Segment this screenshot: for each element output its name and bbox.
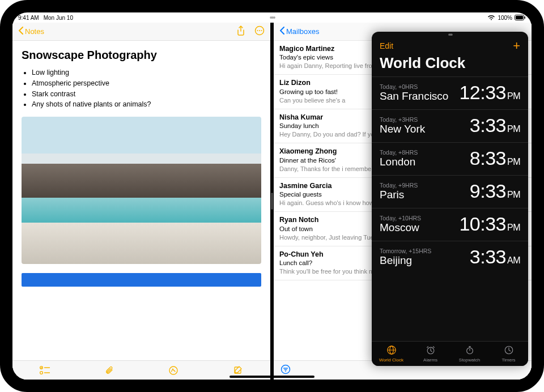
clock-city: San Francisco	[380, 90, 448, 103]
clock-time: 10:33PM	[459, 213, 520, 235]
more-icon[interactable]	[254, 25, 265, 38]
battery-icon	[515, 15, 526, 20]
clock-city: New York	[380, 123, 425, 135]
split-handle-icon[interactable]	[271, 193, 273, 210]
note-bullet[interactable]: Atmospheric perspective	[32, 78, 261, 89]
timer-icon	[504, 345, 514, 356]
stopwatch-icon	[465, 345, 475, 356]
clock-row[interactable]: Today, +8HRSLondon8:33PM	[372, 142, 528, 175]
clock-ampm: PM	[507, 157, 520, 167]
clock-ampm: AM	[507, 255, 520, 266]
clock-row[interactable]: Tomorrow, +15HRSBeijing3:33AM	[372, 241, 528, 274]
clock-tab-label: World Clock	[379, 357, 403, 363]
clock-tab-bar: World ClockAlarmsStopwatchTimers	[372, 341, 528, 366]
svg-point-6	[261, 30, 262, 31]
draw-icon[interactable]	[168, 365, 179, 376]
home-indicator[interactable]	[230, 376, 314, 378]
mail-back-label: Mailboxes	[286, 27, 320, 36]
status-bar: 9:41 AM Mon Jun 10 ••• 100%	[12, 12, 532, 23]
attachment-icon[interactable]	[104, 365, 115, 376]
svg-point-8	[40, 371, 42, 374]
clock-add-button[interactable]: +	[513, 40, 520, 52]
note-bullet[interactable]: Low lighting	[32, 67, 261, 78]
clock-edit-button[interactable]: Edit	[380, 41, 393, 50]
battery-percent: 100%	[498, 15, 512, 21]
svg-point-4	[257, 30, 258, 31]
clock-offset: Today, +8HRS	[380, 149, 418, 156]
world-clock-list[interactable]: Today, +0HRSSan Francisco12:33PMToday, +…	[372, 76, 528, 341]
clock-offset: Today, +9HRS	[380, 182, 418, 189]
chevron-left-icon	[18, 27, 24, 36]
note-bullet[interactable]: Stark contrast	[32, 89, 261, 100]
svg-rect-1	[516, 16, 523, 19]
clock-time: 12:33PM	[459, 82, 520, 104]
clock-tab-alarm[interactable]: Alarms	[411, 342, 450, 366]
note-bullet[interactable]: Any shots of native plants or animals?	[32, 99, 261, 110]
clock-ampm: PM	[507, 124, 520, 134]
clock-row[interactable]: Today, +3HRSNew York3:33PM	[372, 109, 528, 142]
svg-point-5	[259, 30, 260, 31]
note-title[interactable]: Snowscape Photography	[22, 49, 261, 62]
notes-back-button[interactable]: Notes	[18, 27, 44, 36]
clock-tab-timer[interactable]: Timers	[489, 342, 528, 366]
clock-ampm: PM	[507, 190, 520, 200]
clock-time: 3:33AM	[470, 246, 520, 268]
notes-back-label: Notes	[25, 27, 44, 36]
clock-offset: Today, +3HRS	[380, 116, 425, 123]
clock-tab-label: Alarms	[423, 357, 437, 363]
clock-offset: Today, +10HRS	[380, 215, 421, 221]
clock-title: World Clock	[372, 53, 528, 76]
status-time: 9:41 AM	[18, 15, 39, 21]
multitask-indicator-icon[interactable]: •••	[270, 13, 275, 22]
status-date: Mon Jun 10	[44, 15, 73, 21]
clock-city: Paris	[380, 189, 418, 201]
clock-offset: Tomorrow, +15HRS	[380, 248, 431, 254]
note-image[interactable]	[22, 117, 261, 264]
note-bullet-list[interactable]: Low lightingAtmospheric perspectiveStark…	[32, 67, 261, 110]
wifi-icon	[487, 15, 495, 20]
share-icon[interactable]	[236, 25, 245, 38]
clock-tab-label: Timers	[502, 357, 515, 363]
clock-city: Beijing	[380, 254, 431, 267]
clock-city: Moscow	[380, 221, 421, 234]
clock-city: London	[380, 156, 418, 168]
compose-icon[interactable]	[232, 365, 244, 376]
clock-slide-over[interactable]: ••• Edit + World Clock Today, +0HRSSan F…	[372, 32, 528, 366]
alarm-icon	[426, 345, 436, 356]
globe-icon	[386, 345, 397, 356]
note-image-loading	[22, 273, 261, 287]
clock-tab-globe[interactable]: World Clock	[372, 342, 411, 366]
filter-icon[interactable]	[280, 364, 291, 377]
clock-time: 3:33PM	[470, 114, 520, 137]
svg-rect-2	[525, 16, 526, 19]
clock-tab-stopwatch[interactable]: Stopwatch	[450, 342, 489, 366]
slideover-grip-icon[interactable]: •••	[372, 32, 528, 40]
clock-time: 8:33PM	[470, 147, 520, 169]
clock-ampm: PM	[507, 91, 520, 101]
checklist-icon[interactable]	[39, 365, 50, 376]
clock-row[interactable]: Today, +9HRSParis9:33PM	[372, 175, 528, 208]
clock-row[interactable]: Today, +0HRSSan Francisco12:33PM	[372, 76, 528, 109]
clock-ampm: PM	[507, 223, 520, 233]
chevron-left-icon	[279, 27, 285, 36]
notes-app-pane: Notes Snowscape Photography Low lighting…	[12, 23, 270, 380]
clock-row[interactable]: Today, +10HRSMoscow10:33PM	[372, 208, 528, 241]
clock-time: 9:33PM	[470, 180, 520, 202]
clock-offset: Today, +0HRS	[380, 83, 448, 90]
clock-tab-label: Stopwatch	[459, 357, 480, 363]
